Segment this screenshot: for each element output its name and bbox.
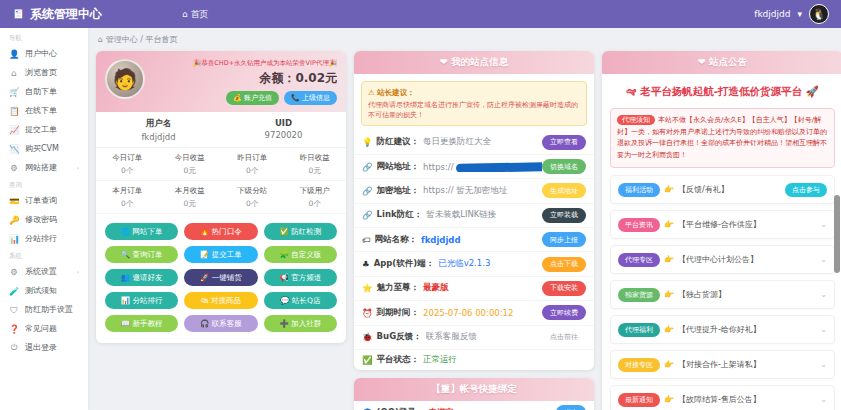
announcement-item-agent-zone[interactable]: 代理专区 👉 【代理中心计划公告】 ⌄ [610, 245, 835, 274]
sidebar-item-label: 用户中心 [25, 48, 57, 59]
stat-today-orders: 今日订单0个 [96, 148, 159, 181]
sidebar-item-buy-cvm[interactable]: 📉购买CVM [0, 139, 88, 158]
row-label: BuG反馈： [377, 331, 422, 343]
sidebar-item-ticket[interactable]: 📈提交工单 [0, 120, 88, 139]
chevron-down-icon: ▾ [797, 9, 802, 19]
view-now-button[interactable]: 立即查看 [542, 135, 586, 150]
action-site-order[interactable]: 🌐 网站下单 [105, 223, 178, 240]
action-custom-edition[interactable]: 🧩 自定义版 [264, 246, 337, 263]
action-connect-goods[interactable]: 🛍 对接商品 [184, 292, 257, 309]
avatar[interactable]: 🧑 [105, 59, 145, 99]
announcement-badge: 代理专区 [618, 253, 660, 267]
sidebar-item-change-password[interactable]: 🔑修改密码 [0, 210, 88, 229]
announcement-badge: 代理福利 [618, 323, 660, 337]
renew-button[interactable]: 立即续费 [542, 305, 586, 320]
stat-value: 0个 [221, 199, 284, 209]
site-row-antired-tip: 💡 防红建议： 每日更换防红大全 立即查看 [354, 131, 594, 155]
site-row-url: 🔗 网站地址： https:// 切换域名 [354, 155, 594, 179]
join-now-button[interactable]: 点击参与 [785, 183, 827, 197]
chevron-right-icon: › [76, 268, 79, 276]
stat-label: 下级分站 [221, 186, 284, 196]
page-scrollbar[interactable] [834, 195, 840, 273]
field-value: fkdjdjdd [96, 132, 221, 142]
avatar[interactable]: 🐧 [809, 4, 829, 24]
action-join-group[interactable]: ➕ 加入社群 [264, 315, 337, 332]
switch-domain-button[interactable]: 切换域名 [542, 159, 586, 174]
download-app-button[interactable]: 点击下载 [542, 257, 586, 272]
row-label: 魅力至尊： [377, 282, 420, 294]
action-official-channel[interactable]: 📢 官方频道 [264, 269, 337, 286]
row-value: https:// 暂无加密地址 [423, 185, 542, 197]
sidebar-item-system-settings[interactable]: ⚙系统设置› [0, 262, 88, 281]
sidebar-item-online-order[interactable]: 📋在线下单 [0, 101, 88, 120]
sidebar-item-faq[interactable]: ❓常见问题 [0, 319, 88, 338]
action-antired-check[interactable]: ✅ 防红检测 [264, 223, 337, 240]
action-one-key-stock[interactable]: 🚀 一键铺货 [184, 269, 257, 286]
announcement-badge: 平台资讯 [618, 218, 660, 232]
sidebar-item-label: 浏览首页 [25, 67, 57, 78]
announcement-item-exclusive-supply[interactable]: 独家货源 👉 【独占货源】 ⌄ [610, 280, 835, 309]
stat-sub-users: 下级用户0个 [284, 181, 347, 214]
chevron-down-icon: ⌄ [820, 290, 827, 299]
goto-button[interactable]: 点击前往 [542, 330, 586, 345]
announcement-badge: 最新通知 [618, 393, 660, 407]
sidebar-item-label: 在线下单 [25, 105, 57, 116]
stats-grid: 今日订单0个 今日收益0元 昨日订单0个 昨日收益0元 本月订单0个 本月收益0… [96, 148, 346, 214]
action-branch-rank[interactable]: 📊 分站排行 [105, 292, 178, 309]
nav-home[interactable]: ⌂ 首页 [182, 8, 209, 21]
install-button[interactable]: 下载安装 [542, 281, 586, 296]
announcement-item-platform-news[interactable]: 平台资讯 👉 【平台维修-合作供应】 ⌄ [610, 210, 835, 239]
site-info-card: ❤ 我的站点信息 ⚠ 站长建议： 代理商请尽快绑定域名进行推广宣传，防止程序被检… [354, 51, 594, 370]
generate-url-button[interactable]: 生成地址 [542, 183, 586, 198]
announcement-item-agent-benefit[interactable]: 代理福利 👉 【代理提升-给你好礼】 ⌄ [610, 315, 835, 344]
sync-report-button[interactable]: 同步上报 [542, 232, 586, 247]
action-beginner-guide[interactable]: 📖 新手教程 [105, 315, 178, 332]
sidebar-item-user-center[interactable]: 👤用户中心 [0, 44, 88, 63]
breadcrumb-root[interactable]: 管理中心 [106, 35, 138, 44]
sidebar-item-label: 订单查询 [25, 195, 57, 206]
row-label: Link防红： [377, 209, 423, 221]
announcement-item-feedback[interactable]: 福利活动 👉 【反馈/有礼】 点击参与 [610, 175, 835, 204]
recharge-button[interactable]: 💰 账户充值 [226, 91, 279, 105]
sidebar-item-site-build[interactable]: ⚙网站搭建› [0, 158, 88, 177]
sidebar-item-self-order[interactable]: 🛒自助下单 [0, 82, 88, 101]
sidebar-item-logout[interactable]: ⏻退出登录 [0, 338, 88, 357]
action-hot-codes[interactable]: 🔥 热门口令 [184, 223, 257, 240]
sidebar-item-branch-rank[interactable]: 📊分站排行 [0, 229, 88, 248]
bind-qq-button[interactable]: 绑定 [556, 405, 586, 410]
announcement-item-cooperation[interactable]: 对接专区 👉 【对接合作-上架请私】 ⌄ [610, 350, 835, 379]
sidebar-section-label: 导航 [0, 30, 88, 44]
announcement-item-latest-notice[interactable]: 最新通知 👉 【故障结算-售后公告】 ⌄ [610, 385, 835, 410]
chart-up-icon: 📈 [9, 125, 19, 135]
sidebar-item-antired-settings[interactable]: 🛡防红助手设置 [0, 300, 88, 319]
sidebar-item-label: 防红助手设置 [25, 304, 73, 315]
stat-today-income: 今日收益0元 [159, 148, 222, 181]
clock-icon: ⏰ [362, 308, 373, 318]
stat-label: 今日收益 [159, 153, 222, 163]
binding-title: 【重】帐号快捷绑定 [354, 378, 594, 401]
profile-header: 🧑 🎉恭喜CHD+永久钻用户成为本站荣誉VIP代理🎉 余额：0.02元 💰 账户… [96, 51, 346, 112]
load-link-button[interactable]: 立即装载 [542, 208, 586, 223]
user-menu[interactable]: fkdjdjdd ▾ 🐧 [754, 4, 829, 24]
sidebar-item-label: 分站排行 [25, 233, 57, 244]
stat-month-income: 本月收益0元 [159, 181, 222, 214]
sidebar-item-order-query[interactable]: 💳订单查询 [0, 191, 88, 210]
sidebar-item-browse-home[interactable]: ⌂浏览首页 [0, 63, 88, 82]
sidebar-item-label: 系统设置 [25, 266, 57, 277]
site-row-link-antired: 🔗 Link防红： 暂未装载LINK链接 立即装载 [354, 204, 594, 228]
action-owner-shop[interactable]: 💬 站长Q店 [264, 292, 337, 309]
action-query-order[interactable]: 🔍 查询订单 [105, 246, 178, 263]
upline-info-button[interactable]: 📞 上级信息 [284, 91, 337, 105]
bulb-icon: 💡 [362, 137, 373, 147]
row-value: 暂未装载LINK链接 [426, 209, 542, 221]
action-invite-friends[interactable]: 👥 邀请好友 [105, 269, 178, 286]
card-icon: 💳 [9, 196, 19, 206]
bug-icon: 🐞 [362, 332, 373, 342]
sidebar-item-test-notice[interactable]: 🧪测试须知 [0, 281, 88, 300]
row-label: 网站名称： [375, 234, 418, 246]
action-submit-ticket[interactable]: 📝 提交工单 [184, 246, 257, 263]
action-contact-support[interactable]: 🎧 联系客服 [184, 315, 257, 332]
notice-badge: 代理须知 [617, 115, 655, 125]
chevron-down-icon: ⌄ [820, 395, 827, 404]
binding-row-qq: 🔵 (QQ)登录： 未绑定 绑定 [354, 401, 594, 410]
